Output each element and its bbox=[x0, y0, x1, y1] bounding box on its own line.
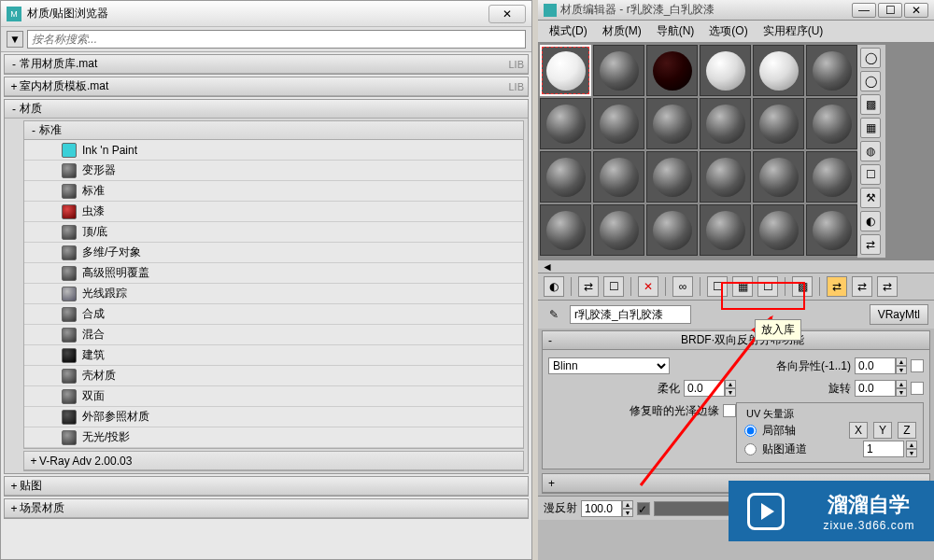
material-item[interactable]: 双面 bbox=[24, 386, 523, 407]
material-item[interactable]: 高级照明覆盖 bbox=[24, 263, 523, 284]
sample-slot[interactable] bbox=[753, 204, 804, 256]
sample-type-button[interactable]: ◯ bbox=[860, 48, 881, 68]
sample-slot[interactable] bbox=[646, 98, 698, 149]
sphere-icon bbox=[546, 51, 586, 91]
sample-slot[interactable] bbox=[700, 204, 751, 256]
menu-mode[interactable]: 模式(D) bbox=[542, 23, 595, 39]
sample-slot[interactable] bbox=[646, 151, 698, 203]
fix-dark-edges-checkbox[interactable] bbox=[723, 404, 736, 417]
background-button[interactable]: ▩ bbox=[860, 94, 881, 115]
material-item[interactable]: 顶/底 bbox=[24, 222, 523, 243]
material-item[interactable]: 壳材质 bbox=[24, 366, 523, 386]
axis-z-button[interactable]: Z bbox=[898, 422, 916, 439]
sample-slot[interactable] bbox=[753, 151, 804, 203]
show-end-result-button[interactable]: ⇄ bbox=[827, 276, 847, 297]
vray-header[interactable]: + V-Ray Adv 2.00.03 bbox=[24, 452, 523, 470]
rotation-spinner[interactable]: ▲▼ bbox=[855, 380, 907, 397]
soften-spinner[interactable]: ▲▼ bbox=[684, 380, 736, 397]
local-axis-radio[interactable] bbox=[744, 425, 757, 437]
sample-slot[interactable] bbox=[753, 98, 804, 149]
sample-slot[interactable] bbox=[753, 45, 804, 96]
material-item[interactable]: 标准 bbox=[24, 181, 523, 202]
anisotropy-spinner[interactable]: ▲▼ bbox=[855, 357, 907, 374]
sample-slot[interactable] bbox=[806, 98, 857, 149]
map-channel-radio[interactable] bbox=[744, 443, 757, 455]
standard-header[interactable]: - 标准 bbox=[24, 121, 523, 140]
sample-slot[interactable] bbox=[700, 151, 751, 203]
diffuse-checkbox[interactable]: ✓ bbox=[637, 502, 650, 515]
menu-material[interactable]: 材质(M) bbox=[595, 23, 649, 39]
axis-y-button[interactable]: Y bbox=[873, 422, 892, 439]
make-copy-button[interactable]: ∞ bbox=[672, 276, 693, 297]
brdf-rollout-header[interactable]: - BRDF·双向反射分布功能 bbox=[543, 331, 929, 350]
go-to-parent-button[interactable]: ⇄ bbox=[852, 276, 872, 297]
material-item[interactable]: Ink 'n Paint bbox=[24, 140, 523, 161]
go-forward-button[interactable]: ⇄ bbox=[877, 276, 898, 297]
rotation-lock[interactable] bbox=[911, 382, 924, 395]
sample-slot[interactable] bbox=[593, 45, 644, 96]
axis-x-button[interactable]: X bbox=[849, 422, 868, 439]
material-item[interactable]: 混合 bbox=[24, 325, 523, 345]
make-preview-button[interactable]: ☐ bbox=[860, 164, 881, 185]
sample-slot[interactable] bbox=[806, 151, 857, 203]
close-button[interactable]: ✕ bbox=[904, 3, 928, 18]
sample-slot[interactable] bbox=[540, 98, 591, 149]
sample-slot[interactable] bbox=[540, 204, 591, 256]
material-type-button[interactable]: VRayMtl bbox=[870, 304, 928, 325]
anisotropy-lock[interactable] bbox=[911, 359, 924, 372]
sample-slot[interactable] bbox=[806, 204, 857, 256]
get-material-button[interactable]: ◐ bbox=[544, 276, 564, 297]
diffuse-spinner[interactable]: ▲▼ bbox=[581, 500, 633, 517]
sample-scroll[interactable]: ◄ bbox=[538, 259, 934, 273]
put-to-library-button[interactable]: ▦ bbox=[732, 276, 753, 297]
material-item[interactable]: 虫漆 bbox=[24, 202, 523, 222]
sample-slot[interactable] bbox=[700, 98, 751, 149]
scene-materials-header[interactable]: + 场景材质 bbox=[5, 499, 528, 518]
close-button[interactable]: ✕ bbox=[488, 5, 526, 23]
material-id-button[interactable]: ☐ bbox=[757, 276, 778, 297]
video-color-button[interactable]: ◍ bbox=[860, 141, 881, 161]
material-tree[interactable]: - 常用材质库.mat LIB + 室内材质模板.mat LIB - 材质 - … bbox=[1, 52, 531, 559]
maps-header[interactable]: + 贴图 bbox=[5, 477, 528, 496]
sample-slot[interactable] bbox=[593, 204, 644, 256]
make-unique-button[interactable]: ☐ bbox=[707, 276, 728, 297]
brdf-type-select[interactable]: Blinn bbox=[548, 357, 670, 374]
material-name-input[interactable] bbox=[570, 305, 691, 324]
put-to-scene-button[interactable]: ⇄ bbox=[578, 276, 599, 297]
assign-to-selection-button[interactable]: ☐ bbox=[603, 276, 624, 297]
lib-common-header[interactable]: - 常用材质库.mat LIB bbox=[5, 55, 528, 74]
sample-uv-button[interactable]: ▦ bbox=[860, 118, 881, 138]
material-map-navigator-button[interactable]: ⇄ bbox=[860, 234, 881, 255]
materials-header[interactable]: - 材质 bbox=[5, 100, 528, 119]
lib-interior-header[interactable]: + 室内材质模板.mat LIB bbox=[5, 77, 528, 96]
show-map-button[interactable]: ▩ bbox=[792, 276, 813, 297]
material-item[interactable]: 多维/子对象 bbox=[24, 243, 523, 263]
search-input[interactable] bbox=[27, 30, 526, 49]
eyedropper-icon[interactable]: ✎ bbox=[544, 308, 564, 321]
backlight-button[interactable]: ◯ bbox=[860, 71, 881, 91]
sample-slot[interactable] bbox=[593, 151, 644, 203]
material-item[interactable]: 合成 bbox=[24, 304, 523, 325]
browser-menu-button[interactable]: ▼ bbox=[7, 31, 23, 48]
select-by-material-button[interactable]: ◐ bbox=[860, 211, 881, 231]
minimize-button[interactable]: — bbox=[852, 3, 876, 18]
menu-utilities[interactable]: 实用程序(U) bbox=[756, 23, 831, 39]
material-item[interactable]: 光线跟踪 bbox=[24, 284, 523, 304]
material-item[interactable]: 变形器 bbox=[24, 161, 523, 181]
sample-slot[interactable] bbox=[646, 204, 698, 256]
material-item[interactable]: 外部参照材质 bbox=[24, 407, 523, 427]
sample-slot[interactable] bbox=[700, 45, 751, 96]
sample-slot[interactable] bbox=[540, 45, 591, 96]
sample-slot[interactable] bbox=[646, 45, 698, 96]
sample-slot[interactable] bbox=[593, 98, 644, 149]
maximize-button[interactable]: ☐ bbox=[878, 3, 902, 18]
reset-map-button[interactable]: ✕ bbox=[638, 276, 658, 297]
material-item[interactable]: 建筑 bbox=[24, 345, 523, 366]
material-item[interactable]: 无光/投影 bbox=[24, 427, 523, 448]
menu-options[interactable]: 选项(O) bbox=[701, 23, 755, 39]
map-channel-spinner[interactable]: ▲▼ bbox=[861, 441, 917, 457]
options-button[interactable]: ⚒ bbox=[860, 188, 881, 208]
sample-slot[interactable] bbox=[540, 151, 591, 203]
menu-navigation[interactable]: 导航(N) bbox=[649, 23, 702, 39]
sample-slot[interactable] bbox=[806, 45, 857, 96]
